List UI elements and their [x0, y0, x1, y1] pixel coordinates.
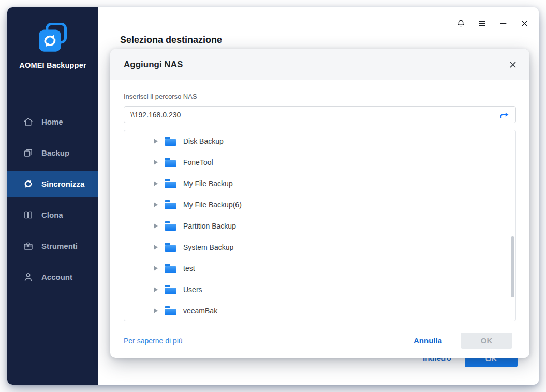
- expand-caret-icon[interactable]: [154, 266, 158, 271]
- clone-icon: [23, 209, 34, 220]
- nas-path-input[interactable]: [124, 106, 516, 123]
- sidebar-item-label: Account: [41, 273, 72, 281]
- nas-folder-tree: Disk BackupFoneToolMy File BackupMy File…: [124, 130, 516, 321]
- sidebar-item-label: Sincronizza: [41, 179, 84, 188]
- close-icon[interactable]: [520, 19, 529, 28]
- folder-icon: [165, 243, 176, 252]
- folder-name: Partition Backup: [183, 222, 236, 230]
- aomei-logo-icon: [38, 23, 68, 53]
- folder-icon: [165, 285, 176, 294]
- sidebar-item-clona[interactable]: Clona: [7, 202, 98, 228]
- expand-caret-icon[interactable]: [154, 139, 158, 144]
- sidebar-item-label: Strumenti: [41, 242, 78, 250]
- app-name: AOMEI Backupper: [7, 61, 98, 69]
- tree-row[interactable]: My File Backup: [124, 173, 515, 194]
- expand-caret-icon[interactable]: [154, 181, 158, 186]
- folder-name: System Backup: [183, 243, 233, 251]
- expand-caret-icon[interactable]: [154, 202, 158, 207]
- folder-name: veeamBak: [183, 307, 217, 315]
- minimize-icon[interactable]: [498, 19, 508, 28]
- expand-caret-icon[interactable]: [154, 160, 158, 165]
- folder-name: FoneTool: [183, 158, 213, 167]
- tools-icon: [23, 240, 34, 251]
- screen: AOMEI Backupper HomeBackupSincronizzaClo…: [0, 0, 546, 392]
- tree-row[interactable]: test: [124, 258, 515, 279]
- connect-arrow-icon[interactable]: [499, 111, 510, 118]
- sidebar-item-backup[interactable]: Backup: [7, 140, 98, 165]
- sidebar-item-strumenti[interactable]: Strumenti: [7, 233, 98, 259]
- dialog-title: Aggiungi NAS: [124, 59, 183, 70]
- backup-icon: [23, 147, 34, 158]
- app-logo: AOMEI Backupper: [7, 23, 98, 69]
- cancel-button[interactable]: Annulla: [414, 336, 442, 345]
- page-title: Seleziona destinazione: [120, 35, 222, 46]
- sidebar-nav: HomeBackupSincronizzaClonaStrumentiAccou…: [7, 109, 98, 295]
- sidebar-item-account[interactable]: Account: [7, 264, 98, 290]
- folder-icon: [165, 200, 176, 209]
- dialog-body: Inserisci il percorso NAS Disk BackupFon…: [110, 80, 529, 321]
- sidebar-item-label: Home: [41, 117, 63, 126]
- tree-scrollbar[interactable]: [511, 236, 514, 297]
- nas-path-label: Inserisci il percorso NAS: [124, 93, 516, 100]
- account-icon: [23, 272, 34, 282]
- home-icon: [23, 116, 34, 127]
- tree-row[interactable]: Users: [124, 279, 515, 300]
- folder-icon: [165, 179, 176, 188]
- folder-name: My File Backup(6): [183, 201, 242, 209]
- expand-caret-icon[interactable]: [154, 287, 158, 292]
- folder-icon: [165, 137, 176, 146]
- folder-name: Users: [183, 285, 202, 294]
- folder-icon: [165, 264, 176, 273]
- sidebar-item-label: Backup: [41, 148, 69, 157]
- folder-name: Disk Backup: [183, 137, 224, 145]
- app-window: AOMEI Backupper HomeBackupSincronizzaClo…: [7, 7, 539, 385]
- nas-path-input-wrap: [124, 106, 516, 123]
- sidebar-item-label: Clona: [41, 210, 63, 219]
- expand-caret-icon[interactable]: [154, 245, 158, 250]
- sidebar-item-sincronizza[interactable]: Sincronizza: [7, 171, 98, 197]
- tree-row[interactable]: System Backup: [124, 236, 515, 258]
- dialog-close-icon[interactable]: [508, 59, 518, 70]
- folder-icon: [165, 306, 176, 315]
- tree-row[interactable]: My File Backup(6): [124, 194, 515, 215]
- learn-more-link[interactable]: Per saperne di più: [124, 337, 183, 345]
- sidebar: AOMEI Backupper HomeBackupSincronizzaClo…: [7, 7, 98, 385]
- dialog-footer: Per saperne di più Annulla OK: [110, 323, 529, 358]
- folder-icon: [165, 158, 176, 167]
- add-nas-dialog: Aggiungi NAS Inserisci il percorso NAS: [110, 49, 529, 358]
- tree-row[interactable]: Partition Backup: [124, 215, 515, 236]
- expand-caret-icon[interactable]: [154, 223, 158, 229]
- tree-row[interactable]: FoneTool: [124, 152, 515, 173]
- notification-bell-icon[interactable]: [456, 19, 466, 28]
- expand-caret-icon[interactable]: [154, 308, 158, 313]
- menu-icon[interactable]: [477, 19, 487, 28]
- folder-name: test: [183, 264, 195, 273]
- sync-icon: [23, 178, 34, 189]
- tree-row[interactable]: Disk Backup: [124, 130, 515, 152]
- tree-row[interactable]: veeamBak: [124, 300, 515, 321]
- sidebar-item-home[interactable]: Home: [7, 109, 98, 134]
- folder-icon: [165, 221, 176, 231]
- folder-name: My File Backup: [183, 179, 233, 188]
- dialog-header: Aggiungi NAS: [110, 49, 529, 80]
- ok-button[interactable]: OK: [461, 333, 512, 349]
- window-controls: [456, 19, 529, 28]
